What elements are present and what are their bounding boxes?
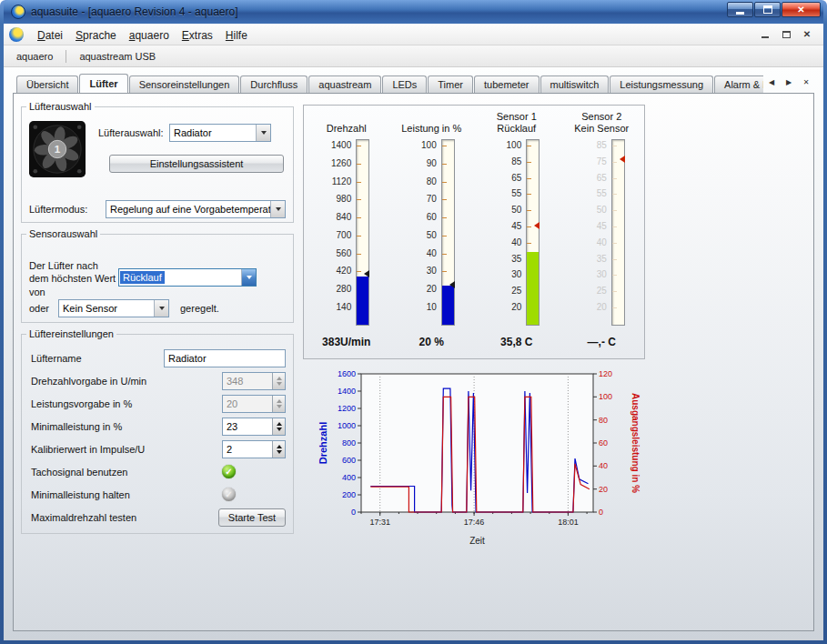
primary-sensor-combo[interactable]: Rücklauf bbox=[118, 268, 257, 287]
tab-alarm-r[interactable]: Alarm & R bbox=[714, 75, 763, 93]
menu-sprache[interactable]: Sprache bbox=[69, 26, 123, 45]
dropdown-arrow-icon[interactable] bbox=[241, 269, 256, 286]
start-test-button[interactable]: Starte Test bbox=[218, 508, 286, 527]
svg-text:0: 0 bbox=[351, 508, 356, 517]
tab-leds[interactable]: LEDs bbox=[382, 75, 427, 93]
gauge-header-line2: Kein Sensor bbox=[560, 123, 643, 135]
gauge-tick-mark bbox=[527, 210, 531, 211]
menu-hilfe[interactable]: Hilfe bbox=[219, 26, 254, 45]
mdi-restore-button[interactable] bbox=[779, 28, 793, 41]
checked-status-icon[interactable]: ✓ bbox=[222, 465, 236, 478]
tab-close-button[interactable]: ✕ bbox=[800, 75, 812, 88]
gauge-marker-icon bbox=[449, 281, 455, 288]
svg-text:200: 200 bbox=[342, 490, 356, 499]
gauge-tick-label: 90 bbox=[427, 157, 437, 167]
gauge-tick-label: 40 bbox=[427, 247, 437, 257]
secondary-sensor-combo[interactable]: Kein Sensor bbox=[58, 299, 169, 317]
tab-übersicht[interactable]: Übersicht bbox=[16, 75, 78, 93]
gauge-tick-label: 560 bbox=[337, 247, 352, 257]
gauge-header-line2: Leistung in % bbox=[389, 123, 473, 135]
gauge-tick-label: 25 bbox=[511, 286, 521, 296]
tab-aquastream[interactable]: aquastream bbox=[308, 75, 381, 93]
gauge-tick-mark bbox=[442, 164, 447, 165]
gauge-kein-sensor: Sensor 2Kein Sensor857565555045403530252… bbox=[560, 111, 643, 348]
gauge-tick-label: 30 bbox=[427, 266, 437, 276]
tab-durchfluss[interactable]: Durchfluss bbox=[240, 75, 308, 93]
menu-aquaero[interactable]: aquaero bbox=[123, 26, 176, 45]
title-bar[interactable]: aquasuite - [aquaero Revision 4 - aquaer… bbox=[4, 0, 823, 24]
gauge-tick-mark bbox=[527, 194, 531, 195]
gauge-tick-mark bbox=[527, 146, 531, 146]
gauge-tick-mark bbox=[612, 243, 617, 244]
gauge-tick-mark bbox=[612, 194, 617, 195]
device-tab-aquastream-usb[interactable]: aquastream USB bbox=[74, 49, 161, 64]
tab-tubemeter[interactable]: tubemeter bbox=[474, 75, 540, 93]
settings-row-leistungsvorgabe-in: Leistungsvorgabe in %20 bbox=[31, 392, 286, 415]
svg-text:1000: 1000 bbox=[338, 421, 356, 430]
menu-extras[interactable]: Extras bbox=[176, 26, 219, 45]
tab-timer[interactable]: Timer bbox=[428, 75, 473, 93]
fan-name-input[interactable]: Radiator bbox=[164, 349, 286, 367]
gauge-tick-mark bbox=[527, 226, 531, 227]
window-controls: ✕ bbox=[727, 2, 821, 17]
fan-image: 1 bbox=[29, 121, 86, 177]
close-button[interactable]: ✕ bbox=[782, 2, 821, 17]
tab-leistungsmessung[interactable]: Leistungsmessung bbox=[610, 75, 713, 93]
gauge-tick-label: 25 bbox=[597, 286, 607, 296]
svg-text:600: 600 bbox=[342, 456, 356, 465]
spinner-arrows-icon[interactable] bbox=[272, 418, 285, 435]
gauge-tick-label: 10 bbox=[427, 302, 437, 312]
minimize-button[interactable] bbox=[727, 2, 753, 17]
fan-selection-group-title: Lüfterauswahl bbox=[26, 101, 95, 112]
svg-text:Zeit: Zeit bbox=[469, 536, 485, 546]
dropdown-arrow-icon[interactable] bbox=[154, 300, 168, 317]
gauge-tick-mark bbox=[612, 146, 617, 146]
fan-selector-combo[interactable]: Radiator bbox=[169, 124, 271, 142]
tab-lüfter[interactable]: Lüfter bbox=[79, 74, 127, 93]
device-tab-aquaero[interactable]: aquaero bbox=[11, 49, 58, 64]
gauge-tick-label: 40 bbox=[597, 236, 607, 247]
dropdown-arrow-icon[interactable] bbox=[256, 125, 270, 141]
spinner-drehzahlvorgabe-in-u-min: 348 bbox=[222, 372, 286, 390]
settings-wizard-button[interactable]: Einstellungsassistent bbox=[109, 155, 284, 173]
gauge-header-line1 bbox=[389, 111, 473, 123]
maximize-button[interactable] bbox=[754, 2, 781, 17]
spinner-kalibrierwert-in-impulse-u[interactable]: 2 bbox=[222, 440, 286, 458]
window-title: aquasuite - [aquaero Revision 4 - aquaer… bbox=[31, 5, 727, 18]
tab-multiswitch[interactable]: multiswitch bbox=[540, 75, 610, 93]
spinner-arrows-icon[interactable] bbox=[272, 441, 285, 458]
mdi-close-button[interactable]: ✕ bbox=[800, 28, 814, 41]
mdi-minimize-button[interactable] bbox=[758, 28, 772, 41]
gauge-tube bbox=[441, 139, 455, 326]
menu-datei[interactable]: Datei bbox=[31, 26, 69, 45]
settings-row-minimalleistung-halten: Minimalleistung halten✓ bbox=[31, 483, 286, 506]
tab-scroll-left-button[interactable]: ◀ bbox=[765, 75, 778, 88]
gauge-tick-label: 700 bbox=[337, 229, 352, 239]
dropdown-arrow-icon[interactable] bbox=[270, 201, 285, 217]
svg-text:17:31: 17:31 bbox=[369, 518, 390, 527]
svg-text:0: 0 bbox=[599, 508, 603, 517]
fan-mode-combo[interactable]: Regelung auf eine Vorgabetemperatur bbox=[106, 200, 286, 218]
fan-number-label: 1 bbox=[55, 143, 61, 155]
spinner-value: 20 bbox=[223, 396, 272, 412]
gauge-tick-mark bbox=[612, 210, 617, 211]
tab-sensoreinstellungen[interactable]: Sensoreinstellungen bbox=[129, 75, 240, 93]
spinner-minimalleistung-in[interactable]: 23 bbox=[222, 418, 286, 436]
spinner-arrows-icon bbox=[272, 396, 285, 412]
tab-scroll-right-button[interactable]: ▶ bbox=[782, 75, 795, 88]
gauge-tick-label: 45 bbox=[511, 221, 521, 231]
fan-selection-group: Lüfterauswahl bbox=[21, 101, 294, 223]
gauge-tick-label: 35 bbox=[511, 253, 521, 263]
gauge-scale: 8575655550454035302520 bbox=[579, 139, 610, 326]
gauge-value: 35,8 C bbox=[475, 336, 559, 348]
tab-nav: ◀ ▶ ✕ bbox=[765, 75, 812, 88]
gauge-marker-icon bbox=[534, 222, 540, 229]
gauge-tick-mark bbox=[357, 146, 361, 146]
unchecked-status-icon[interactable]: ✓ bbox=[222, 488, 236, 501]
gauge-tick-mark bbox=[612, 275, 617, 276]
gauge-tick-mark bbox=[357, 164, 361, 165]
mdi-window-controls: ✕ bbox=[758, 28, 818, 41]
spinner-value: 23 bbox=[223, 418, 272, 435]
gauge-rücklauf: Sensor 1Rücklauf100856555504540353025203… bbox=[475, 111, 559, 348]
settings-row-maximaldrehzahl-testen: Maximaldrehzahl testenStarte Test bbox=[31, 506, 286, 528]
